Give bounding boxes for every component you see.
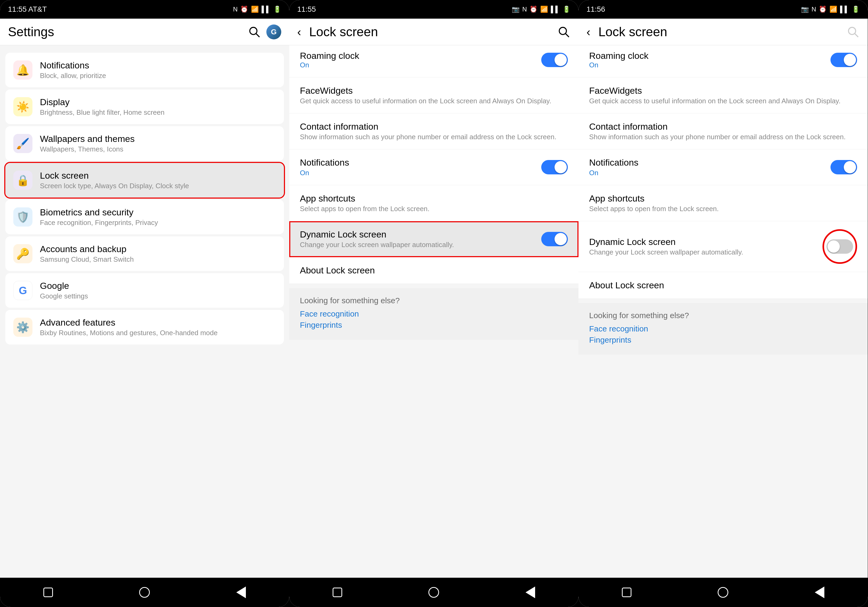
fingerprints-link-2[interactable]: Fingerprints: [300, 321, 568, 329]
recent-icon-3: [622, 588, 631, 597]
phone-panel-1: 11:55 AT&T N ⏰ 📶 ▌▌ 🔋 Settings G: [0, 0, 289, 607]
toggle-knob-dynamic-2: [555, 233, 567, 245]
nav-home-button-2[interactable]: [423, 582, 444, 603]
face-recognition-link-3[interactable]: Face recognition: [589, 324, 857, 333]
lock-content-2: Roaming clock On FaceWidgets Get quick a…: [289, 45, 578, 578]
lock-item-title-shortcuts-3: App shortcuts: [589, 193, 857, 204]
svg-point-4: [849, 27, 856, 34]
lock-item-subtitle-facewidgets-2: Get quick access to useful information o…: [300, 97, 568, 105]
partial-title-3: Roaming clock: [589, 51, 831, 61]
lock-item-title-facewidgets-3: FaceWidgets: [589, 85, 857, 96]
status-wifi-icon-2: 📶: [540, 6, 548, 13]
setting-subtitle-google: Google settings: [40, 292, 276, 300]
setting-item-lock-screen[interactable]: 🔒 Lock screen Screen lock type, Always O…: [5, 163, 284, 197]
lock-item-about-2[interactable]: About Lock screen: [289, 257, 578, 284]
top-bar-1: Settings G: [0, 19, 289, 45]
setting-item-display[interactable]: ☀️ Display Brightness, Blue light filter…: [5, 90, 284, 124]
lock-item-dynamic-3[interactable]: Dynamic Lock screen Change your Lock scr…: [578, 221, 868, 272]
search-button-2[interactable]: [557, 25, 570, 39]
partial-text-3: Roaming clock On: [589, 51, 831, 69]
notifications-toggle-3[interactable]: [831, 160, 857, 174]
setting-item-biometrics[interactable]: 🛡️ Biometrics and security Face recognit…: [5, 200, 284, 234]
setting-item-accounts[interactable]: 🔑 Accounts and backup Samsung Cloud, Sma…: [5, 236, 284, 271]
fingerprints-link-3[interactable]: Fingerprints: [589, 335, 857, 345]
nav-back-button[interactable]: [231, 582, 252, 603]
avatar-1[interactable]: G: [267, 25, 281, 39]
setting-title-advanced: Advanced features: [40, 317, 276, 328]
lock-item-title-contact-2: Contact information: [300, 121, 568, 132]
setting-subtitle-lock-screen: Screen lock type, Always On Display, Clo…: [40, 182, 276, 190]
lock-item-title-about-2: About Lock screen: [300, 265, 568, 276]
accounts-icon: 🔑: [16, 248, 29, 260]
lock-item-title-notifications-2: Notifications: [300, 157, 541, 168]
lock-item-subtitle-notifications-2: On: [300, 169, 541, 177]
nav-recent-button-3[interactable]: [616, 582, 637, 603]
lock-item-contact-2[interactable]: Contact information Show information suc…: [289, 113, 578, 149]
lock-item-contact-3[interactable]: Contact information Show information suc…: [578, 113, 868, 149]
status-n-icon-3: N: [812, 6, 816, 13]
status-time-1: 11:55 AT&T: [8, 5, 47, 14]
lock-top-bar-2: ‹ Lock screen: [289, 19, 578, 45]
status-signal-icon-2: ▌▌: [551, 6, 560, 13]
nav-home-button-3[interactable]: [712, 582, 734, 603]
google-icon-wrap: G: [13, 281, 33, 300]
accounts-icon-wrap: 🔑: [13, 244, 33, 263]
lock-item-facewidgets-2[interactable]: FaceWidgets Get quick access to useful i…: [289, 78, 578, 113]
toggle-knob-notif-2: [555, 161, 567, 173]
section-divider-3: [578, 299, 868, 303]
lock-item-title-about-3: About Lock screen: [589, 280, 857, 290]
search-button-1[interactable]: [248, 25, 261, 39]
setting-title-notifications: Notifications: [40, 60, 276, 71]
lock-item-text-facewidgets-3: FaceWidgets Get quick access to useful i…: [589, 85, 857, 105]
back-button-3[interactable]: ‹: [586, 25, 591, 39]
display-icon-wrap: ☀️: [13, 97, 33, 116]
setting-subtitle-advanced: Bixby Routines, Motions and gestures, On…: [40, 329, 276, 337]
partial-title-2: Roaming clock: [300, 51, 541, 61]
recent-icon: [43, 588, 53, 597]
face-recognition-link-2[interactable]: Face recognition: [300, 309, 568, 318]
dynamic-lock-toggle-2[interactable]: [541, 232, 568, 246]
lock-item-notifications-2[interactable]: Notifications On: [289, 149, 578, 185]
nav-recent-button[interactable]: [37, 582, 59, 603]
partial-roaming-clock-3[interactable]: Roaming clock On: [578, 45, 868, 78]
lock-screen-icon-wrap: 🔒: [13, 171, 33, 190]
lock-item-shortcuts-3[interactable]: App shortcuts Select apps to open from t…: [578, 185, 868, 221]
dynamic-lock-toggle-wrap-3: [823, 229, 857, 264]
setting-subtitle-biometrics: Face recognition, Fingerprints, Privacy: [40, 219, 276, 227]
lock-item-subtitle-contact-2: Show information such as your phone numb…: [300, 133, 568, 141]
setting-item-wallpapers[interactable]: 🖌️ Wallpapers and themes Wallpapers, The…: [5, 126, 284, 161]
status-time-2: 11:55: [297, 5, 316, 14]
lock-item-text-notifications-3: Notifications On: [589, 157, 831, 177]
search-button-3[interactable]: [846, 25, 860, 39]
lock-item-subtitle-dynamic-2: Change your Lock screen wallpaper automa…: [300, 241, 541, 249]
phone-panel-3: 11:56 📷 N ⏰ 📶 ▌▌ 🔋 ‹ Lock screen Roaming…: [578, 0, 868, 607]
lock-screen-icon: 🔒: [16, 174, 29, 186]
back-icon: [236, 587, 246, 598]
roaming-clock-toggle-2[interactable]: [541, 53, 568, 67]
page-title-2: Lock screen: [309, 25, 555, 39]
roaming-clock-toggle-3[interactable]: [831, 53, 857, 67]
lock-item-dynamic-2[interactable]: Dynamic Lock screen Change your Lock scr…: [289, 221, 578, 257]
setting-item-google[interactable]: G Google Google settings: [5, 273, 284, 308]
lock-item-about-3[interactable]: About Lock screen: [578, 272, 868, 299]
advanced-icon-wrap: ⚙️: [13, 318, 33, 337]
lock-item-facewidgets-3[interactable]: FaceWidgets Get quick access to useful i…: [578, 78, 868, 113]
setting-item-advanced[interactable]: ⚙️ Advanced features Bixby Routines, Mot…: [5, 310, 284, 345]
nav-back-button-3[interactable]: [809, 582, 830, 603]
setting-item-notifications[interactable]: 🔔 Notifications Block, allow, prioritize: [5, 53, 284, 87]
lock-item-shortcuts-2[interactable]: App shortcuts Select apps to open from t…: [289, 185, 578, 221]
back-button-2[interactable]: ‹: [297, 25, 301, 39]
nav-recent-button-2[interactable]: [327, 582, 348, 603]
notifications-toggle-2[interactable]: [541, 160, 568, 174]
lock-item-text-notifications-2: Notifications On: [300, 157, 541, 177]
setting-text-advanced: Advanced features Bixby Routines, Motion…: [40, 317, 276, 337]
status-alarm-icon-2: ⏰: [530, 6, 538, 13]
lock-item-text-contact-2: Contact information Show information suc…: [300, 121, 568, 141]
nav-back-button-2[interactable]: [520, 582, 541, 603]
nav-home-button[interactable]: [134, 582, 155, 603]
lock-item-notifications-3[interactable]: Notifications On: [578, 149, 868, 185]
dynamic-lock-toggle-3[interactable]: [826, 239, 853, 254]
lock-item-title-facewidgets-2: FaceWidgets: [300, 85, 568, 96]
partial-roaming-clock-2[interactable]: Roaming clock On: [289, 45, 578, 78]
setting-title-wallpapers: Wallpapers and themes: [40, 134, 276, 144]
